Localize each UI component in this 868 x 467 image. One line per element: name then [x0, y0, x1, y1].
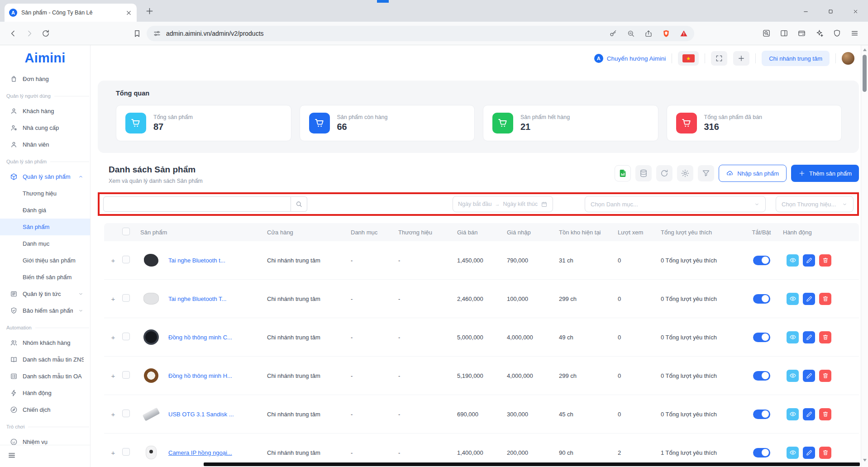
row-expand-button[interactable]: +	[104, 295, 122, 303]
sidebar-item-quan-ly-tin-tuc[interactable]: Quản lý tin tức	[0, 286, 90, 302]
fullscreen-button[interactable]	[711, 51, 727, 66]
maximize-button[interactable]	[818, 0, 843, 22]
product-name-link[interactable]: Đồng hồ thông minh C...	[168, 334, 232, 341]
close-button[interactable]	[843, 0, 868, 22]
vertical-scrollbar[interactable]	[861, 45, 868, 467]
status-toggle[interactable]	[753, 333, 770, 342]
menu-icon[interactable]	[848, 26, 862, 40]
delete-button[interactable]	[819, 447, 831, 459]
status-toggle[interactable]	[753, 294, 770, 304]
brave-shield-icon[interactable]	[662, 29, 670, 38]
refresh-button[interactable]	[656, 165, 672, 181]
back-button[interactable]	[6, 27, 20, 40]
database-button[interactable]	[635, 165, 652, 181]
row-checkbox[interactable]	[122, 410, 130, 417]
search-input[interactable]	[103, 196, 291, 212]
row-checkbox[interactable]	[122, 448, 130, 456]
sidebar-item-danh-sach-mau-tin-zns[interactable]: Danh sách mẫu tin ZNS	[0, 351, 90, 368]
new-tab-button[interactable]	[145, 6, 154, 16]
filter-button[interactable]	[698, 165, 714, 181]
delete-button[interactable]	[819, 408, 831, 420]
sparkle-icon[interactable]	[812, 26, 826, 40]
sidebar-item-nha-cung-cap[interactable]: Nhà cung cấp	[0, 119, 90, 136]
wallet-icon[interactable]	[795, 26, 809, 40]
date-range-picker[interactable]: Ngày bắt đầu → Ngày kết thúc	[453, 196, 553, 212]
sidebar-subitem-gioi-thieu-san-pham[interactable]: Giới thiệu sản phẩm	[0, 252, 90, 269]
edit-button[interactable]	[803, 254, 815, 267]
brand-select[interactable]: Chọn Thương hiệu...	[776, 196, 854, 212]
row-checkbox[interactable]	[122, 294, 130, 302]
split-screen-icon[interactable]	[777, 26, 791, 40]
sidebar-subitem-danh-muc[interactable]: Danh mục	[0, 235, 90, 252]
sidebar-item-hanh-dong[interactable]: Hành động	[0, 385, 90, 401]
view-button[interactable]	[787, 370, 799, 382]
row-expand-button[interactable]: +	[104, 334, 122, 341]
search-button[interactable]	[291, 196, 307, 212]
sidebar-item-bao-hiem-san-pham[interactable]: Bảo hiểm sản phẩm	[0, 302, 90, 319]
select-all-checkbox[interactable]	[122, 228, 130, 235]
row-expand-button[interactable]: +	[104, 372, 122, 380]
edit-button[interactable]	[803, 447, 815, 459]
sidebar-item-nhan-vien[interactable]: Nhân viên	[0, 136, 90, 153]
sidebar-subitem-san-pham[interactable]: Sản phẩm	[0, 219, 90, 235]
delete-button[interactable]	[819, 254, 831, 267]
sidebar-item-don-hang[interactable]: Đơn hàng	[0, 71, 90, 87]
reload-button[interactable]	[39, 27, 52, 40]
horizontal-scrollbar[interactable]	[204, 462, 860, 466]
status-toggle[interactable]	[753, 448, 770, 457]
edit-button[interactable]	[803, 408, 815, 420]
scroll-up-arrow[interactable]	[863, 48, 867, 51]
sidebar-item-nhom-khach-hang[interactable]: Nhóm khách hàng	[0, 334, 90, 351]
product-name-link[interactable]: Đồng hồ thông minh H...	[168, 372, 232, 379]
redirect-link[interactable]: A Chuyển hướng Aimini	[594, 54, 666, 63]
status-toggle[interactable]	[753, 410, 770, 419]
row-expand-button[interactable]: +	[104, 257, 122, 264]
shield-icon[interactable]	[830, 26, 844, 40]
site-settings-icon[interactable]	[153, 29, 161, 38]
url-bar[interactable]: admin.aimini.vn/admin/v2/products	[147, 26, 694, 41]
import-products-button[interactable]: Nhập sản phẩm	[719, 165, 787, 182]
branch-button[interactable]: Chi nhánh trung tâm	[762, 51, 830, 66]
sidebar-subitem-danh-gia[interactable]: Đánh giá	[0, 202, 90, 219]
zoom-out-icon[interactable]	[627, 29, 635, 38]
product-name-link[interactable]: Tai nghe Bluetooth T...	[168, 295, 226, 302]
forward-button[interactable]	[23, 27, 36, 40]
view-button[interactable]	[787, 408, 799, 420]
share-icon[interactable]	[644, 29, 653, 38]
edit-button[interactable]	[803, 293, 815, 305]
excel-export-button[interactable]	[615, 165, 631, 181]
status-toggle[interactable]	[753, 371, 770, 381]
find-in-page-icon[interactable]	[759, 26, 773, 40]
sidebar-item-nhiem-vu[interactable]: Nhiệm vụ	[0, 434, 90, 445]
row-expand-button[interactable]: +	[104, 410, 122, 418]
product-name-link[interactable]: Camera IP hồng ngoại...	[168, 449, 232, 456]
view-button[interactable]	[787, 331, 799, 343]
row-checkbox[interactable]	[122, 333, 130, 340]
sidebar-item-khach-hang[interactable]: Khách hàng	[0, 103, 90, 119]
sidebar-item-quan-ly-san-pham[interactable]: Quản lý sản phẩm	[0, 168, 90, 185]
view-button[interactable]	[787, 254, 799, 267]
tab-close-icon[interactable]	[125, 10, 132, 16]
view-button[interactable]	[787, 293, 799, 305]
delete-button[interactable]	[819, 370, 831, 382]
key-icon[interactable]	[609, 29, 617, 38]
edit-button[interactable]	[803, 370, 815, 382]
alert-triangle-icon[interactable]	[680, 29, 688, 38]
browser-tab[interactable]: A Sản phẩm - Công Ty Bán Lẻ	[5, 4, 137, 22]
sidebar-item-danh-sach-mau-tin-oa[interactable]: Danh sách mẫu tin OA	[0, 368, 90, 385]
product-name-link[interactable]: USB OTG 3.1 Sandisk ...	[168, 411, 234, 418]
scroll-down-arrow[interactable]	[863, 459, 867, 462]
row-expand-button[interactable]: +	[104, 449, 122, 457]
sidebar-item-chien-dich[interactable]: Chiến dịch	[0, 401, 90, 418]
add-product-button[interactable]: Thêm sản phẩm	[791, 165, 859, 182]
sidebar-subitem-bien-the-san-pham[interactable]: Biến thể sản phẩm	[0, 269, 90, 286]
category-select[interactable]: Chọn Danh mục...	[585, 196, 766, 212]
user-avatar[interactable]	[842, 52, 854, 65]
status-toggle[interactable]	[753, 256, 770, 265]
bookmark-icon[interactable]	[130, 27, 144, 40]
settings-button[interactable]	[677, 165, 693, 181]
add-shortcut-button[interactable]	[733, 51, 749, 66]
minimize-button[interactable]	[793, 0, 818, 22]
sidebar-subitem-thuong-hieu[interactable]: Thương hiệu	[0, 185, 90, 202]
edit-button[interactable]	[803, 331, 815, 343]
